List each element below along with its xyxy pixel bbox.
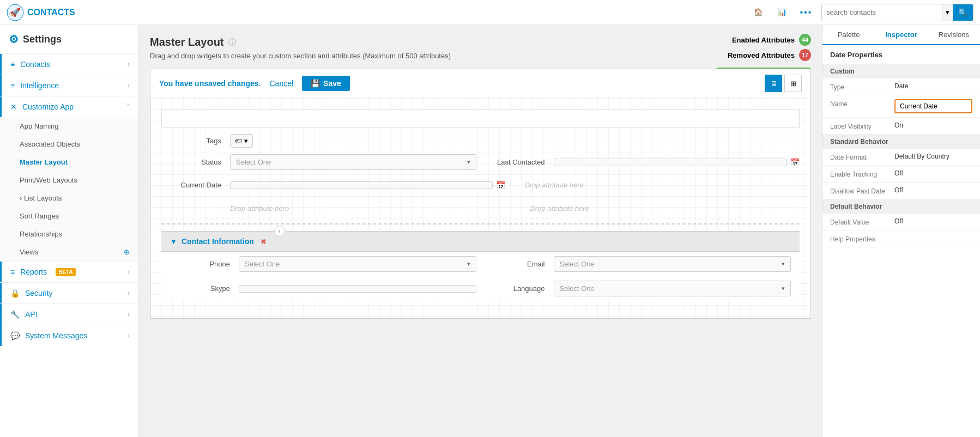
search-input[interactable] bbox=[822, 8, 942, 16]
svg-text:🚀: 🚀 bbox=[10, 7, 21, 17]
tags-input[interactable]: 🏷 ▾ bbox=[230, 134, 253, 148]
contacts-icon: ≡ bbox=[10, 60, 15, 69]
sidebar-item-system-messages-label: System Messages bbox=[25, 331, 87, 340]
status-placeholder: Select One bbox=[236, 158, 271, 166]
phone-select[interactable]: Select One ▾ bbox=[239, 256, 476, 272]
section-title-contact-info: Contact Information bbox=[182, 237, 254, 246]
sidebar-subitem-print-web-layouts[interactable]: Print/Web Layouts bbox=[0, 171, 138, 189]
cancel-link[interactable]: Cancel bbox=[269, 79, 293, 88]
api-chevron-icon: › bbox=[128, 311, 130, 318]
sidebar-section-reports: ≡ Reports BETA › bbox=[0, 261, 138, 282]
skype-input[interactable] bbox=[239, 285, 476, 293]
current-date-input[interactable] bbox=[230, 181, 493, 189]
save-icon: 💾 bbox=[311, 79, 320, 88]
sidebar-subitems: App Naming Associated Objects Master Lay… bbox=[0, 117, 138, 261]
current-date-calendar-icon[interactable]: 📅 bbox=[496, 181, 505, 190]
views-add-icon[interactable]: ⊕ bbox=[124, 248, 130, 256]
sidebar-item-contacts-label: Contacts bbox=[20, 60, 50, 69]
sidebar: ⚙ Settings ≡ Contacts › ≡ Intelligence › bbox=[0, 25, 139, 437]
page-header: Master Layout ⓘ Enabled Attributes 44 Re… bbox=[150, 36, 811, 48]
last-contacted-input[interactable] bbox=[554, 159, 788, 166]
sidebar-item-system-messages-left: 💬 System Messages bbox=[10, 331, 87, 340]
search-go-button[interactable]: 🔍 bbox=[953, 4, 973, 21]
chart-button[interactable]: 📊 bbox=[772, 3, 792, 22]
sidebar-subitem-master-layout[interactable]: Master Layout bbox=[0, 153, 138, 171]
phone-field: Select One ▾ bbox=[239, 256, 476, 272]
app-name: CONTACTS bbox=[27, 8, 75, 17]
enabled-attributes-badge: 44 bbox=[799, 34, 811, 46]
desktop-view-button[interactable]: 🖥 bbox=[765, 75, 782, 92]
sidebar-item-system-messages[interactable]: 💬 System Messages › bbox=[0, 325, 138, 346]
prop-val-name-input[interactable] bbox=[894, 99, 972, 113]
unsaved-banner: You have unsaved changes. Cancel 💾 Save … bbox=[150, 69, 810, 98]
prop-row-disallow-past-date: Disallow Past Date Off bbox=[822, 183, 980, 199]
inspector-tab-label: Inspector bbox=[885, 31, 917, 39]
chevron-down-icon: ▾ bbox=[946, 8, 949, 16]
prop-group-custom: Custom bbox=[822, 64, 980, 78]
sidebar-subitem-list-layouts[interactable]: › List Layouts bbox=[0, 189, 138, 207]
prop-key-default-value: Default Value bbox=[830, 217, 890, 226]
search-icon: 🔍 bbox=[958, 8, 967, 17]
prop-val-default-value: Off bbox=[894, 217, 972, 225]
info-icon[interactable]: ⓘ bbox=[228, 38, 236, 47]
mobile-view-button[interactable]: ⊞ bbox=[784, 75, 802, 92]
sidebar-item-intelligence[interactable]: ≡ Intelligence › bbox=[0, 75, 138, 96]
sidebar-collapse-button[interactable]: ‹ bbox=[274, 226, 285, 236]
section-collapse-icon[interactable]: ▼ bbox=[170, 238, 177, 246]
more-button[interactable]: ••• bbox=[796, 3, 816, 22]
sidebar-item-reports-left: ≡ Reports BETA bbox=[10, 268, 76, 276]
top-text-input[interactable] bbox=[168, 114, 793, 123]
last-contacted-calendar-icon[interactable]: 📅 bbox=[790, 158, 800, 167]
contacts-chevron-icon: › bbox=[128, 60, 130, 68]
drop-zone-left: Drop attribute here bbox=[230, 200, 500, 217]
prop-row-default-value: Default Value Off bbox=[822, 214, 980, 230]
sidebar-item-reports-label: Reports bbox=[20, 268, 47, 276]
prop-row-type: Type Date bbox=[822, 78, 980, 95]
sidebar-item-api-left: 🔧 API bbox=[10, 310, 38, 319]
skype-label: Skype bbox=[170, 284, 230, 293]
last-contacted-label: Last Contacted bbox=[485, 158, 545, 166]
sidebar-subitem-sort-ranges[interactable]: Sort Ranges bbox=[0, 207, 138, 225]
right-panel: Palette Inspector Revisions Date Propert… bbox=[822, 25, 980, 437]
phone-email-row: Phone Select One ▾ Email Select One ▾ bbox=[161, 252, 800, 276]
sidebar-subitem-associated-objects[interactable]: Associated Objects bbox=[0, 135, 138, 153]
prop-key-enable-tracking: Enable Tracking bbox=[830, 169, 890, 178]
save-button[interactable]: 💾 Save bbox=[302, 76, 350, 91]
app-logo[interactable]: 🚀 CONTACTS bbox=[7, 4, 75, 21]
search-dropdown-button[interactable]: ▾ bbox=[942, 4, 953, 21]
sidebar-item-security[interactable]: 🔒 Security › bbox=[0, 283, 138, 304]
removed-attributes-badge: 17 bbox=[799, 49, 811, 61]
sidebar-item-customize[interactable]: ✕ Customize App ˅ bbox=[0, 96, 138, 117]
sidebar-subitem-app-naming[interactable]: App Naming bbox=[0, 117, 138, 135]
email-select[interactable]: Select One ▾ bbox=[554, 256, 791, 272]
sidebar-subitem-relationships[interactable]: Relationships bbox=[0, 225, 138, 243]
last-contacted-field: 📅 bbox=[554, 158, 800, 167]
sidebar-section-security: 🔒 Security › bbox=[0, 282, 138, 304]
sidebar-item-api[interactable]: 🔧 API › bbox=[0, 304, 138, 325]
sidebar-item-contacts[interactable]: ≡ Contacts › bbox=[0, 54, 138, 75]
panel-tabs: Palette Inspector Revisions bbox=[822, 25, 980, 45]
prop-key-help-properties: Help Properties bbox=[830, 234, 890, 243]
language-select[interactable]: Select One ▾ bbox=[554, 281, 791, 296]
tag-dropdown-icon: ▾ bbox=[244, 137, 248, 145]
list-layouts-label: › List Layouts bbox=[20, 194, 62, 202]
panel-section-title: Date Properties bbox=[822, 45, 980, 64]
status-select[interactable]: Select One ▾ bbox=[230, 154, 476, 170]
content-area: Master Layout ⓘ Enabled Attributes 44 Re… bbox=[139, 25, 822, 437]
section-close-icon[interactable]: ✖ bbox=[261, 238, 267, 246]
customize-icon: ✕ bbox=[10, 102, 17, 111]
tab-revisions[interactable]: Revisions bbox=[928, 25, 980, 45]
unsaved-message: You have unsaved changes. bbox=[159, 79, 261, 88]
beta-badge: BETA bbox=[56, 268, 75, 276]
page-title: Master Layout bbox=[150, 36, 224, 48]
prop-key-label-visibility: Label Visibility bbox=[830, 122, 890, 130]
home-button[interactable]: 🏠 bbox=[748, 3, 768, 22]
sidebar-subitem-views[interactable]: Views ⊕ bbox=[0, 243, 138, 261]
sidebar-header: ⚙ Settings bbox=[0, 25, 138, 53]
prop-val-label-visibility: On bbox=[894, 122, 972, 129]
sidebar-item-intelligence-label: Intelligence bbox=[20, 81, 59, 90]
tab-palette[interactable]: Palette bbox=[822, 25, 875, 45]
sidebar-item-reports[interactable]: ≡ Reports BETA › bbox=[0, 262, 138, 282]
canvas-wrapper: You have unsaved changes. Cancel 💾 Save … bbox=[150, 69, 811, 319]
tab-inspector[interactable]: Inspector bbox=[875, 25, 927, 45]
